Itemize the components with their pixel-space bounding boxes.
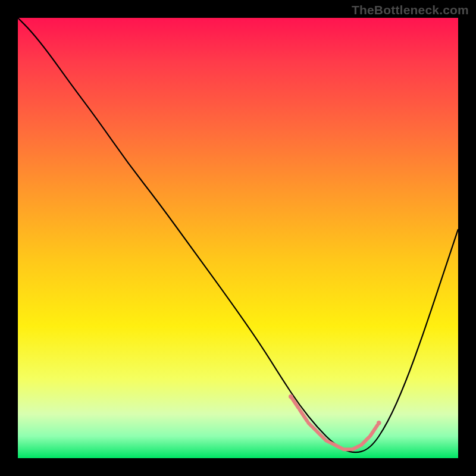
chart-container: TheBottleneck.com [0,0,476,476]
watermark-text: TheBottleneck.com [352,3,469,17]
bottleneck-chart [0,0,476,476]
